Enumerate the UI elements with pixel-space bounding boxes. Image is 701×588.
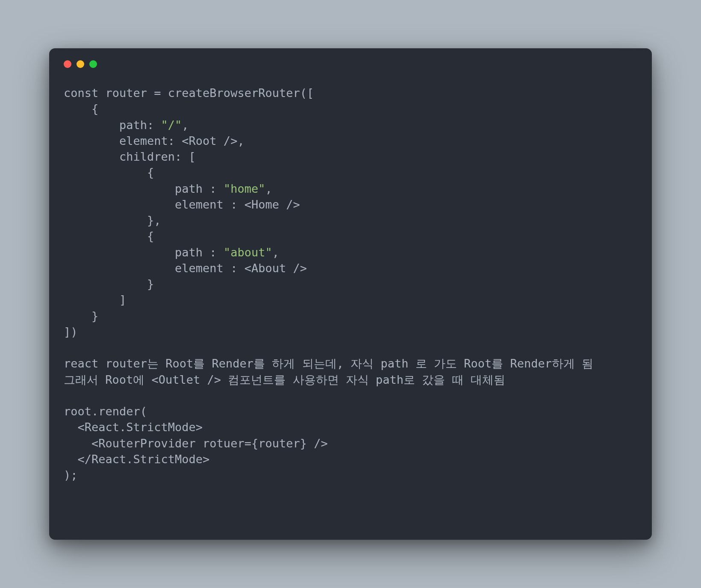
code-line: path : [64, 182, 224, 195]
code-line: element : <About /> [64, 262, 307, 275]
code-line: element : <Home /> [64, 198, 300, 211]
code-window: const router = createBrowserRouter([ { p… [49, 48, 652, 540]
code-line: } [64, 277, 154, 291]
window-titlebar [64, 60, 637, 68]
code-line: 그래서 Root에 <Outlet /> 컴포넌트를 사용하면 자식 path로… [64, 373, 505, 386]
code-line: { [64, 166, 154, 179]
code-string: "home" [224, 182, 265, 195]
minimize-icon[interactable] [77, 60, 84, 68]
code-line: { [64, 229, 154, 243]
code-line: </React.StrictMode> [64, 453, 209, 466]
code-line: ]) [64, 325, 78, 338]
code-line: react router는 Root를 Render를 하게 되는데, 자식 p… [64, 357, 593, 370]
code-string: "about" [224, 246, 272, 259]
code-line: path : [64, 246, 224, 259]
code-block: const router = createBrowserRouter([ { p… [64, 85, 637, 483]
close-icon[interactable] [64, 60, 71, 68]
code-line: { [64, 102, 98, 115]
code-line: , [272, 246, 279, 259]
code-line: path: [64, 118, 161, 132]
code-line: , [182, 118, 189, 132]
code-string: "/" [161, 118, 182, 132]
code-line: <RouterProvider rotuer={router} /> [64, 437, 328, 450]
code-line: }, [64, 214, 161, 227]
code-line: root.render( [64, 405, 147, 418]
code-line: ); [64, 468, 78, 482]
code-line: children: [ [64, 150, 196, 163]
code-line: element: <Root />, [64, 134, 244, 147]
maximize-icon[interactable] [89, 60, 97, 68]
code-line: ] [64, 293, 126, 306]
code-line: , [265, 182, 272, 195]
code-line: const router = createBrowserRouter([ [64, 86, 314, 100]
code-line: <React.StrictMode> [64, 420, 203, 434]
code-line: } [64, 309, 98, 323]
